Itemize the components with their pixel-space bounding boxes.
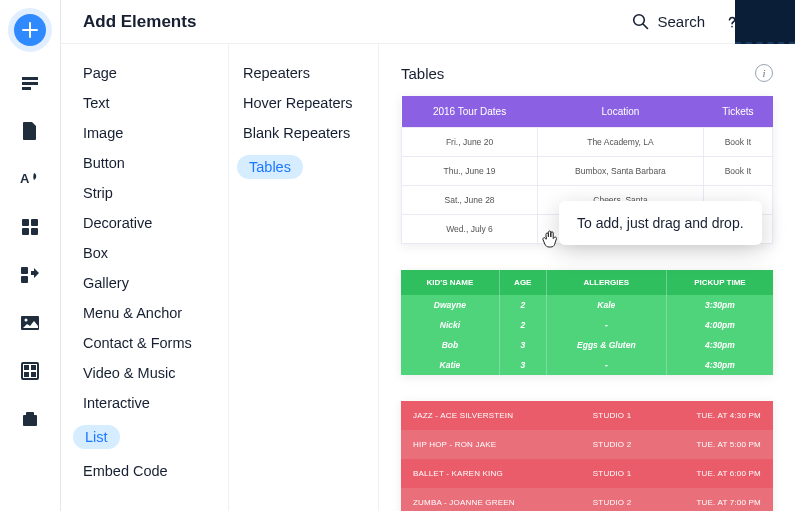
table-cell: Eggs & Gluten xyxy=(546,335,666,355)
table-cell: TUE. AT 5:00 PM xyxy=(654,430,773,459)
table-cell: HIP HOP - RON JAKE xyxy=(401,430,570,459)
svg-rect-15 xyxy=(24,372,29,377)
svg-rect-2 xyxy=(22,87,31,90)
svg-rect-4 xyxy=(22,219,29,226)
canvas-background-strip xyxy=(735,0,795,44)
category-item[interactable]: Image xyxy=(61,118,228,148)
subcategory-item[interactable]: Hover Repeaters xyxy=(229,88,378,118)
table-cell: STUDIO 1 xyxy=(570,401,654,430)
table-row: Bob3Eggs & Gluten4:30pm xyxy=(401,335,773,355)
drag-drop-tooltip: To add, just drag and drop. xyxy=(559,201,762,245)
table-cell: 3 xyxy=(499,335,546,355)
category-item[interactable]: Contact & Forms xyxy=(61,328,228,358)
table-cell: - xyxy=(546,355,666,375)
svg-rect-6 xyxy=(22,228,29,235)
table-cell: TUE. AT 6:00 PM xyxy=(654,459,773,488)
table-cell: 3 xyxy=(499,355,546,375)
table-cell: JAZZ - ACE SILVERSTEIN xyxy=(401,401,570,430)
panel-header: Add Elements Search xyxy=(61,0,795,44)
table-cell: - xyxy=(546,315,666,335)
table-cell: 2 xyxy=(499,315,546,335)
table-row: JAZZ - ACE SILVERSTEINSTUDIO 1TUE. AT 4:… xyxy=(401,401,773,430)
table-cell: 3:30pm xyxy=(666,295,773,315)
svg-rect-13 xyxy=(24,365,29,370)
category-list: PageTextImageButtonStripDecorativeBoxGal… xyxy=(61,44,229,511)
category-item[interactable]: Button xyxy=(61,148,228,178)
table-row: Nicki2-4:00pm xyxy=(401,315,773,335)
category-item[interactable]: Video & Music xyxy=(61,358,228,388)
subcategory-item[interactable]: Repeaters xyxy=(229,58,378,88)
table-row: Thu., June 19Bumbox, Santa BarbaraBook I… xyxy=(402,157,773,186)
content-manager-icon[interactable] xyxy=(19,360,41,382)
table-cell: Dwayne xyxy=(401,295,499,315)
category-item[interactable]: List xyxy=(61,418,228,456)
category-item[interactable]: Page xyxy=(61,58,228,88)
table-row: Fri., June 20The Academy, LABook It xyxy=(402,128,773,157)
svg-rect-1 xyxy=(22,82,38,85)
table-cell: Katie xyxy=(401,355,499,375)
svg-rect-14 xyxy=(31,365,36,370)
svg-rect-17 xyxy=(23,415,37,426)
table-cell: 2 xyxy=(499,295,546,315)
table-header-cell: Tickets xyxy=(703,96,772,128)
info-icon[interactable]: i xyxy=(755,64,773,82)
table-header-cell: PICKUP TIME xyxy=(666,270,773,295)
table-cell: BALLET - KAREN KING xyxy=(401,459,570,488)
table-cell: Wed., July 6 xyxy=(402,215,538,244)
svg-rect-9 xyxy=(21,276,28,283)
table-row: HIP HOP - RON JAKESTUDIO 2TUE. AT 5:00 P… xyxy=(401,430,773,459)
table-cell: The Academy, LA xyxy=(538,128,704,157)
svg-rect-0 xyxy=(22,77,38,80)
category-item[interactable]: Menu & Anchor xyxy=(61,298,228,328)
category-item[interactable]: Gallery xyxy=(61,268,228,298)
pages-icon[interactable] xyxy=(19,72,41,94)
table-header-cell: KID'S NAME xyxy=(401,270,499,295)
table-row: Katie3-4:30pm xyxy=(401,355,773,375)
theme-icon[interactable]: A xyxy=(19,168,41,190)
page-background-icon[interactable] xyxy=(19,120,41,142)
add-elements-button[interactable] xyxy=(14,14,46,46)
category-item[interactable]: Interactive xyxy=(61,388,228,418)
table-cell: STUDIO 2 xyxy=(570,430,654,459)
table-cell: Nicki xyxy=(401,315,499,335)
table-cell: Thu., June 19 xyxy=(402,157,538,186)
svg-point-11 xyxy=(25,319,28,322)
table-cell: Bumbox, Santa Barbara xyxy=(538,157,704,186)
table-header-cell: ALLERGIES xyxy=(546,270,666,295)
apps-icon[interactable] xyxy=(19,216,41,238)
svg-rect-18 xyxy=(26,412,34,416)
table-row: ZUMBA - JOANNE GREENSTUDIO 2TUE. AT 7:00… xyxy=(401,488,773,511)
media-icon[interactable] xyxy=(19,312,41,334)
left-tool-rail: A xyxy=(0,0,60,511)
table-preset-green[interactable]: KID'S NAMEAGEALLERGIESPICKUP TIMEDwayne2… xyxy=(401,270,773,375)
my-business-icon[interactable] xyxy=(19,264,41,286)
table-cell: STUDIO 2 xyxy=(570,488,654,511)
table-preset-red[interactable]: JAZZ - ACE SILVERSTEINSTUDIO 1TUE. AT 4:… xyxy=(401,401,773,511)
table-row: Dwayne2Kale3:30pm xyxy=(401,295,773,315)
table-cell: Kale xyxy=(546,295,666,315)
table-cell: Fri., June 20 xyxy=(402,128,538,157)
section-title: Tables xyxy=(401,65,444,82)
search-button[interactable]: Search xyxy=(631,13,705,31)
subcategory-item[interactable]: Blank Repeaters xyxy=(229,118,378,148)
table-row: BALLET - KAREN KINGSTUDIO 1TUE. AT 6:00 … xyxy=(401,459,773,488)
table-cell: 4:30pm xyxy=(666,335,773,355)
subcategory-item[interactable]: Tables xyxy=(229,148,378,186)
category-item[interactable]: Strip xyxy=(61,178,228,208)
bookings-icon[interactable] xyxy=(19,408,41,430)
table-cell: Book It xyxy=(703,157,772,186)
table-cell: Bob xyxy=(401,335,499,355)
category-item[interactable]: Text xyxy=(61,88,228,118)
svg-text:A: A xyxy=(20,171,30,186)
svg-rect-5 xyxy=(31,219,38,226)
category-item[interactable]: Embed Code xyxy=(61,456,228,486)
panel-title: Add Elements xyxy=(83,12,196,32)
table-cell: 4:00pm xyxy=(666,315,773,335)
table-cell: STUDIO 1 xyxy=(570,459,654,488)
table-cell: TUE. AT 4:30 PM xyxy=(654,401,773,430)
category-item[interactable]: Box xyxy=(61,238,228,268)
table-header-cell: AGE xyxy=(499,270,546,295)
category-item[interactable]: Decorative xyxy=(61,208,228,238)
search-label: Search xyxy=(657,13,705,30)
svg-rect-8 xyxy=(21,267,28,274)
